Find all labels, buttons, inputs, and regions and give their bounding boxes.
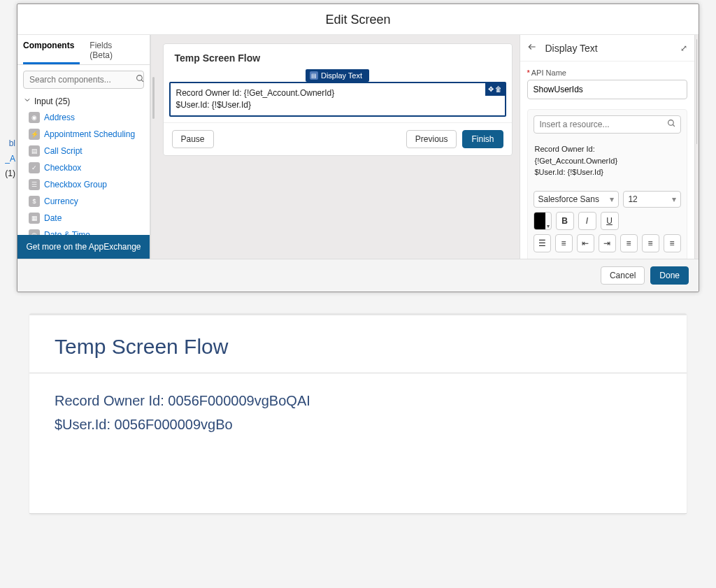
display-text-icon: ▤ — [310, 71, 318, 80]
rich-text-preview[interactable]: Record Owner Id: {!Get_Account.OwnerId} … — [534, 141, 681, 181]
block-line: $User.Id: {!$User.Id} — [176, 99, 499, 111]
divider — [29, 513, 687, 514]
numbered-list-button[interactable]: ≡ — [555, 234, 573, 252]
appexchange-button[interactable]: Get more on the AppExchange — [17, 235, 150, 259]
display-text-chip[interactable]: ▤ Display Text — [306, 69, 369, 82]
panel-heading: Display Text — [545, 43, 598, 54]
bullet-list-button[interactable]: ☰ — [534, 234, 551, 252]
caret-down-icon: ▾ — [610, 194, 614, 204]
font-color-swatch[interactable]: ▾ — [534, 212, 552, 230]
currency-icon: $ — [29, 196, 40, 207]
resource-search[interactable] — [534, 115, 681, 134]
runtime-line: Record Owner Id: 0056F000009vgBoQAI — [55, 389, 661, 413]
cancel-button[interactable]: Cancel — [601, 266, 645, 285]
properties-panel: Display Text ⤢ *API Name — [520, 35, 694, 259]
bolt-icon: ⚡ — [29, 129, 40, 140]
tab-components[interactable]: Components — [23, 35, 80, 64]
checkbox-icon: ✓ — [29, 162, 40, 173]
pause-button[interactable]: Pause — [172, 130, 214, 148]
resource-search-input[interactable] — [538, 119, 667, 130]
indent-button[interactable]: ⇥ — [599, 234, 616, 252]
align-center-button[interactable]: ≡ — [642, 234, 659, 252]
component-search-input[interactable] — [28, 74, 136, 85]
date-icon: ▦ — [29, 213, 40, 224]
caret-down-icon: ▾ — [672, 194, 676, 204]
component-search[interactable] — [23, 71, 144, 89]
component-item[interactable]: ◷Date & Time — [17, 227, 150, 235]
tab-fields[interactable]: Fields (Beta) — [90, 35, 134, 64]
script-icon: ▤ — [29, 145, 40, 157]
datetime-icon: ◷ — [29, 229, 40, 235]
api-name-label: *API Name — [527, 69, 687, 77]
component-item[interactable]: ▦Date — [17, 210, 150, 227]
move-icon[interactable]: ✥ — [488, 85, 494, 94]
display-text-block[interactable]: ✥ 🗑 Record Owner Id: {!Get_Account.Owner… — [169, 82, 506, 117]
runtime-screen-card: Temp Screen Flow Record Owner Id: 0056F0… — [29, 313, 687, 514]
section-label: Input (25) — [34, 96, 70, 106]
api-name-input[interactable] — [527, 80, 687, 99]
svg-point-3 — [668, 120, 673, 126]
font-family-select[interactable]: Salesforce Sans ▾ — [534, 191, 620, 208]
modal-title: Edit Screen — [17, 4, 699, 35]
pin-icon: ◉ — [29, 112, 40, 123]
align-left-button[interactable]: ≡ — [620, 234, 638, 252]
expand-icon[interactable]: ⤢ — [680, 43, 687, 53]
svg-point-0 — [137, 76, 143, 81]
component-item[interactable]: ◉Address — [17, 109, 150, 126]
runtime-body: Record Owner Id: 0056F000009vgBoQAI $Use… — [29, 373, 687, 513]
finish-button[interactable]: Finish — [462, 130, 503, 148]
left-scrollbar[interactable] — [150, 35, 156, 259]
svg-line-1 — [141, 80, 143, 82]
runtime-line: $User.Id: 0056F000009vgBo — [55, 413, 661, 436]
done-button[interactable]: Done — [650, 266, 689, 285]
runtime-title: Temp Screen Flow — [29, 315, 687, 373]
align-right-button[interactable]: ≡ — [664, 234, 681, 252]
block-line: Record Owner Id: {!Get_Account.OwnerId} — [176, 87, 499, 99]
component-item[interactable]: ▤Call Script — [17, 143, 150, 159]
components-panel: Components Fields (Beta) Input (2 — [17, 35, 150, 259]
outdent-button[interactable]: ⇤ — [577, 234, 594, 252]
right-scrollbar[interactable] — [694, 35, 699, 259]
block-toolbar: ✥ 🗑 — [485, 83, 505, 96]
screen-title: Temp Screen Flow — [164, 44, 512, 72]
back-icon[interactable] — [527, 42, 537, 54]
font-size-select[interactable]: 12 ▾ — [623, 191, 680, 208]
svg-line-4 — [673, 124, 675, 127]
search-icon — [667, 119, 676, 130]
delete-icon[interactable]: 🗑 — [495, 85, 502, 94]
italic-button[interactable]: I — [578, 212, 596, 230]
bold-button[interactable]: B — [556, 212, 574, 230]
component-item[interactable]: ⚡Appointment Scheduling — [17, 126, 150, 143]
canvas-panel: Temp Screen Flow ▤ Display Text ✥ 🗑 Reco… — [156, 35, 520, 259]
component-list: ◉Address ⚡Appointment Scheduling ▤Call S… — [17, 109, 150, 235]
section-input[interactable]: Input (25) — [17, 94, 150, 109]
component-item[interactable]: ✓Checkbox — [17, 159, 150, 176]
underline-button[interactable]: U — [601, 212, 619, 230]
previous-button[interactable]: Previous — [406, 130, 457, 148]
chevron-down-icon — [23, 96, 31, 106]
background-cutoff-text: bl _A (1) — [0, 136, 17, 182]
component-item[interactable]: $Currency — [17, 193, 150, 210]
screen-preview-card: Temp Screen Flow ▤ Display Text ✥ 🗑 Reco… — [163, 43, 513, 156]
edit-screen-modal: Edit Screen Components Fields (Beta) — [17, 3, 699, 292]
component-item[interactable]: ☰Checkbox Group — [17, 176, 150, 193]
checkbox-group-icon: ☰ — [29, 179, 40, 190]
search-icon — [136, 74, 145, 85]
